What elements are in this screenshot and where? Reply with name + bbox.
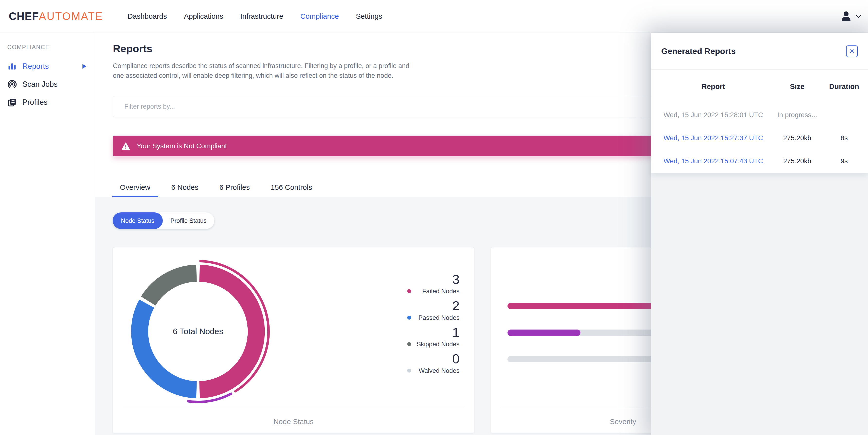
nav-item-compliance[interactable]: Compliance [292, 12, 347, 21]
column-header-report: Report [660, 82, 767, 91]
column-header-size: Size [767, 82, 828, 91]
node-status-card-footer: Node Status [113, 417, 474, 426]
node-status-legend: 3 Failed Nodes 2 Passed Nodes 1 Skipped … [407, 272, 460, 378]
user-menu[interactable] [840, 0, 864, 33]
app-screen: CHEFAUTOMATE Dashboards Applications Inf… [0, 0, 868, 435]
report-timestamp: Wed, 15 Jun 2022 15:28:01 UTC [660, 111, 767, 119]
node-status-toggle-button[interactable]: Node Status [113, 212, 163, 229]
report-size: 275.20kb [767, 134, 828, 142]
legend-item-failed: 3 Failed Nodes [407, 272, 460, 295]
tab-controls[interactable]: 156 Controls [263, 179, 320, 197]
page-description: Compliance reports describe the status o… [113, 61, 409, 80]
sidebar-item-label: Reports [22, 62, 49, 71]
tab-nodes[interactable]: 6 Nodes [163, 179, 206, 197]
chevron-down-icon [856, 15, 861, 18]
bar-chart-icon [7, 62, 17, 71]
close-icon: ✕ [849, 47, 855, 55]
legend-item-passed: 2 Passed Nodes [407, 299, 460, 321]
skipped-dot-icon [407, 342, 411, 346]
passed-dot-icon [407, 316, 411, 320]
close-button[interactable]: ✕ [846, 45, 858, 57]
table-row: Wed, 15 Jun 2022 15:28:01 UTC In progres… [660, 103, 861, 126]
tab-profiles[interactable]: 6 Profiles [212, 179, 258, 197]
report-duration: 9s [828, 157, 861, 165]
sidebar-item-label: Profiles [22, 98, 48, 107]
status-toggle: Node Status Profile Status [113, 212, 214, 229]
logo-chef: CHEF [9, 10, 39, 22]
generated-reports-card: Generated Reports ✕ Report Size Duration… [651, 33, 868, 173]
warning-icon [121, 142, 130, 150]
nav-item-settings[interactable]: Settings [347, 12, 391, 21]
generated-reports-table: Report Size Duration Wed, 15 Jun 2022 15… [651, 69, 868, 172]
generated-reports-drawer: Generated Reports ✕ Report Size Duration… [651, 33, 868, 435]
failed-count: 3 [407, 272, 460, 286]
sidebar-item-reports[interactable]: Reports [0, 57, 95, 75]
report-duration: 8s [828, 134, 861, 142]
nav-items: Dashboards Applications Infrastructure C… [119, 12, 391, 21]
report-size: In progress... [767, 111, 828, 119]
nav-item-applications[interactable]: Applications [176, 12, 232, 21]
table-row: Wed, 15 Jun 2022 15:27:37 UTC 275.20kb 8… [660, 126, 861, 149]
severity-bar-fill [507, 330, 581, 336]
banner-text: Your System is Not Compliant [137, 142, 227, 150]
sidebar-item-profiles[interactable]: Profiles [0, 93, 95, 111]
submenu-arrow-icon [83, 64, 86, 69]
page-title: Reports [113, 43, 152, 55]
legend-label: Passed Nodes [418, 314, 460, 322]
waived-dot-icon [407, 369, 411, 373]
legend-item-skipped: 1 Skipped Nodes [407, 325, 460, 348]
waived-count: 0 [407, 352, 460, 366]
failed-dot-icon [407, 289, 411, 293]
report-link[interactable]: Wed, 15 Jun 2022 15:07:43 UTC [664, 157, 763, 165]
table-header-row: Report Size Duration [660, 69, 861, 103]
report-size: 275.20kb [767, 157, 828, 165]
sidebar-section-label: COMPLIANCE [7, 44, 95, 51]
compliance-sidebar: COMPLIANCE Reports Scan Jobs [0, 33, 95, 435]
sidebar-item-label: Scan Jobs [22, 80, 58, 89]
nav-item-dashboards[interactable]: Dashboards [119, 12, 176, 21]
column-header-duration: Duration [828, 82, 861, 91]
user-avatar-icon[interactable] [840, 10, 852, 23]
legend-item-waived: 0 Waived Nodes [407, 352, 460, 374]
report-link[interactable]: Wed, 15 Jun 2022 15:27:37 UTC [664, 134, 763, 142]
legend-label: Skipped Nodes [417, 340, 460, 348]
legend-label: Waived Nodes [419, 367, 460, 374]
drawer-title: Generated Reports [661, 46, 736, 56]
legend-label: Failed Nodes [422, 288, 460, 295]
skipped-count: 1 [407, 325, 460, 339]
profile-status-toggle-button[interactable]: Profile Status [163, 212, 215, 229]
logo-automate: AUTOMATE [39, 10, 103, 22]
chef-automate-logo[interactable]: CHEFAUTOMATE [9, 10, 103, 22]
tab-overview[interactable]: Overview [112, 179, 158, 197]
donut-center-label: 6 Total Nodes [149, 327, 247, 336]
node-status-card: 6 Total Nodes 3 Failed Nodes 2 Passed No… [113, 247, 474, 433]
report-tabs: Overview 6 Nodes 6 Profiles 156 Controls [112, 179, 325, 197]
card-footer-divider [123, 408, 464, 408]
radar-icon [7, 79, 17, 89]
profiles-icon [7, 97, 17, 107]
passed-count: 2 [407, 299, 460, 312]
nav-item-infrastructure[interactable]: Infrastructure [232, 12, 292, 21]
top-navbar: CHEFAUTOMATE Dashboards Applications Inf… [0, 0, 868, 33]
drawer-header: Generated Reports ✕ [651, 33, 868, 69]
table-row: Wed, 15 Jun 2022 15:07:43 UTC 275.20kb 9… [660, 149, 861, 172]
sidebar-item-scan-jobs[interactable]: Scan Jobs [0, 75, 95, 93]
